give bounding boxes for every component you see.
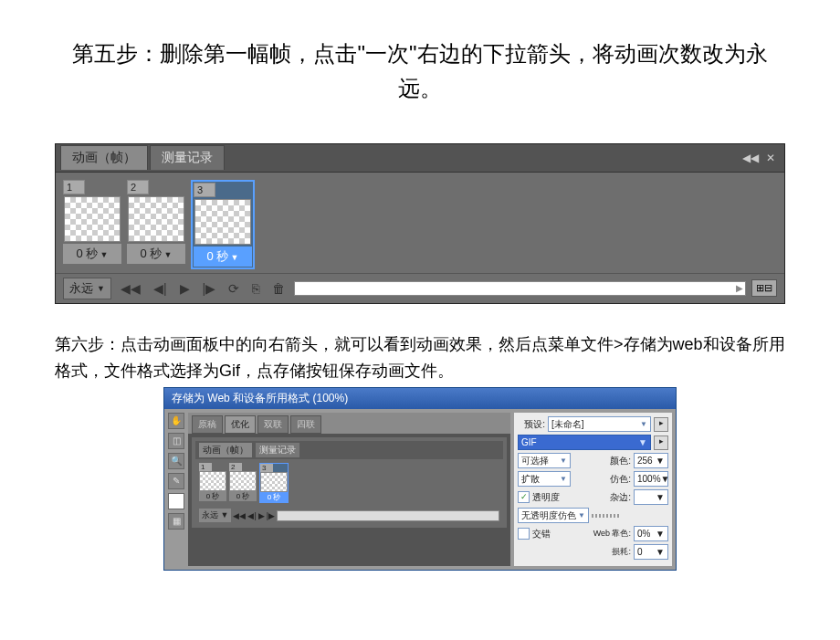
dither-dropdown[interactable]: 扩散▼ (518, 471, 571, 487)
mini-loop-dropdown[interactable]: 永远 ▼ (199, 509, 231, 522)
first-frame-button[interactable]: ◀◀ (117, 279, 144, 298)
transparency-checkbox[interactable]: ✓ (518, 491, 530, 503)
close-icon[interactable]: ✕ (766, 152, 775, 164)
color-swatch-icon[interactable] (168, 493, 184, 509)
trans-dither-dropdown[interactable]: 无透明度仿色▼ (518, 508, 589, 523)
frame-thumbnail (64, 196, 121, 242)
toolbar: ✋ ◫ 🔍 ✎ ▦ (168, 413, 184, 566)
tab-2up[interactable]: 双联 (257, 415, 289, 434)
zoom-tool-icon[interactable]: 🔍 (168, 453, 184, 469)
reduction-dropdown[interactable]: 可选择▼ (518, 453, 571, 468)
mini-scrollbar[interactable] (277, 510, 499, 521)
hand-tool-icon[interactable]: ✋ (168, 413, 184, 429)
mini-frame-time[interactable]: 0 秒 (260, 492, 288, 502)
mini-tab-measure[interactable]: 测量记录 (256, 443, 299, 457)
matte-label: 杂边: (610, 491, 631, 504)
frame-delay[interactable]: 0 秒▼ (63, 244, 121, 264)
trans-dither-slider[interactable] (592, 514, 619, 518)
interlaced-checkbox[interactable] (518, 528, 530, 540)
colors-input[interactable]: 256▼ (634, 453, 668, 468)
websnap-label: Web 靠色: (593, 528, 631, 540)
preset-label: 预设: (518, 418, 545, 431)
mini-thumb (199, 471, 226, 491)
tab-original[interactable]: 原稿 (192, 415, 223, 434)
playback-controls: 永远▼ ◀◀ ◀| ▶ |▶ ⟳ ⎘ 🗑 ▶ ⊞⊟ (56, 273, 784, 303)
mini-frame-3-selected[interactable]: 3 0 秒 (259, 463, 289, 503)
dither-amt-input[interactable]: 100%▼ (634, 471, 668, 487)
lossy-label: 损耗: (612, 546, 631, 558)
mini-frame-num: 2 (229, 463, 242, 471)
frame-1[interactable]: 1 0 秒▼ (63, 180, 121, 269)
mini-frame-2[interactable]: 2 0 秒 (229, 463, 257, 503)
preset-menu-icon[interactable]: ▸ (654, 417, 668, 432)
transparency-label: 透明度 (532, 491, 607, 504)
animation-panel: 动画（帧） 测量记录 ◀◀ ✕ 1 0 秒▼ 2 0 秒▼ 3 0 秒▼ 永远▼… (55, 143, 785, 304)
frame-number: 1 (63, 180, 85, 194)
frame-number: 2 (127, 180, 149, 194)
tab-animation[interactable]: 动画（帧） (60, 145, 148, 170)
mini-thumb (260, 472, 288, 492)
frame-delay[interactable]: 0 秒▼ (194, 247, 252, 267)
mini-frame-time[interactable]: 0 秒 (229, 491, 257, 501)
next-frame-button[interactable]: |▶ (199, 279, 220, 298)
tab-measurement[interactable]: 测量记录 (150, 145, 225, 170)
frame-number: 3 (194, 183, 215, 197)
panel-tabs: 动画（帧） 测量记录 ◀◀ ✕ (56, 144, 784, 173)
colors-label: 颜色: (573, 455, 631, 467)
tween-icon[interactable]: ⟳ (225, 279, 243, 298)
format-dropdown[interactable]: GIF▼ (518, 435, 651, 450)
frame-delay[interactable]: 0 秒▼ (127, 244, 185, 264)
preset-dropdown[interactable]: [未命名]▼ (548, 416, 651, 432)
collapse-icon[interactable]: ◀◀ (742, 152, 759, 164)
mini-next-icon[interactable]: |▶ (267, 511, 275, 520)
frame-3-selected[interactable]: 3 0 秒▼ (191, 180, 255, 269)
mini-first-icon[interactable]: ◀◀ (233, 511, 246, 520)
eyedropper-tool-icon[interactable]: ✎ (168, 473, 184, 489)
mini-frame-num: 3 (260, 464, 273, 472)
format-menu-icon[interactable]: ▸ (654, 435, 668, 450)
play-button[interactable]: ▶ (176, 279, 194, 298)
loop-dropdown[interactable]: 永远▼ (63, 278, 111, 299)
frame-thumbnail (128, 196, 184, 242)
mini-tab-anim[interactable]: 动画（帧） (199, 443, 252, 457)
slice-tool-icon[interactable]: ◫ (168, 433, 184, 449)
frame-2[interactable]: 2 0 秒▼ (127, 180, 185, 269)
lossy-input[interactable]: 0▼ (634, 544, 668, 560)
step6-text: 第六步：点击动画面板中的向右箭头，就可以看到动画效果，然后点菜单文件>存储为we… (55, 331, 785, 384)
step5-title: 第五步：删除第一幅帧，点击"一次"右边的下拉箭头，将动画次数改为永远。 (55, 37, 785, 107)
mini-play-icon[interactable]: ▶ (258, 511, 265, 520)
tab-optimized[interactable]: 优化 (225, 415, 256, 434)
websnap-input[interactable]: 0%▼ (634, 526, 668, 541)
mini-frame-num: 1 (199, 463, 212, 471)
frames-area: 1 0 秒▼ 2 0 秒▼ 3 0 秒▼ (56, 173, 784, 273)
tab-4up[interactable]: 四联 (290, 415, 321, 434)
convert-timeline-button[interactable]: ⊞⊟ (751, 279, 777, 297)
settings-panel: 预设: [未命名]▼ ▸ GIF▼ ▸ 可选择▼ 颜色: 256▼ 扩散▼ 仿色… (514, 413, 672, 566)
prev-frame-button[interactable]: ◀| (150, 279, 171, 298)
interlaced-label: 交错 (532, 528, 591, 540)
dither-amt-label: 仿色: (573, 473, 631, 486)
mini-prev-icon[interactable]: ◀| (247, 511, 256, 520)
new-frame-icon[interactable]: ⎘ (248, 279, 263, 298)
scrollbar[interactable]: ▶ (294, 281, 746, 296)
matte-dropdown[interactable]: ▼ (634, 489, 668, 505)
preview-area: 原稿 优化 双联 四联 动画（帧） 测量记录 1 0 秒 2 (188, 413, 510, 566)
frame-thumbnail (194, 199, 251, 245)
dialog-title: 存储为 Web 和设备所用格式 (100%) (164, 388, 676, 409)
mini-thumb (229, 471, 257, 491)
delete-frame-icon[interactable]: 🗑 (268, 279, 289, 298)
mini-frame-time[interactable]: 0 秒 (199, 491, 226, 501)
slice-visibility-icon[interactable]: ▦ (168, 513, 184, 530)
mini-frame-1[interactable]: 1 0 秒 (199, 463, 226, 503)
save-for-web-dialog: 存储为 Web 和设备所用格式 (100%) ✋ ◫ 🔍 ✎ ▦ 原稿 优化 双… (163, 387, 677, 571)
